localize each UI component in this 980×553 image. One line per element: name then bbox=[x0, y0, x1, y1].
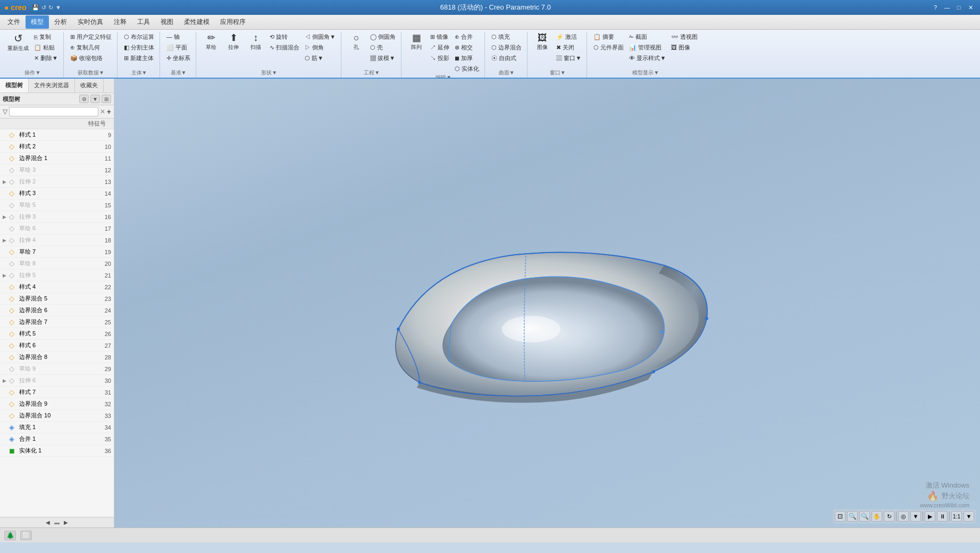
tree-expand-icon[interactable]: ▶ bbox=[3, 179, 9, 185]
zoom-in-button[interactable]: 🔍 bbox=[847, 511, 858, 522]
ribbon-btn-sweepblend[interactable]: ∿ 扫描混合 bbox=[267, 43, 301, 53]
view-more-button[interactable]: ▼ bbox=[964, 511, 974, 522]
viewport[interactable]: 激活 Windows 🔥 野火论坛 www.creoWild.com ⊡ 🔍 🔍… bbox=[114, 79, 980, 527]
tree-item[interactable]: ▶◇拉伸 316 bbox=[0, 211, 114, 223]
ribbon-btn-freestyle[interactable]: ☉ 自由式 bbox=[489, 53, 524, 63]
tree-filter-icon[interactable]: ▼ bbox=[90, 95, 100, 103]
tree-item[interactable]: ◇样式 210 bbox=[0, 141, 114, 153]
search-clear-button[interactable]: ✕ bbox=[100, 108, 105, 115]
ribbon-btn-sketch[interactable]: ✏ 草绘 bbox=[200, 32, 222, 52]
scroll-right-arrow[interactable]: ▶ bbox=[64, 520, 68, 525]
ribbon-btn-splitbody[interactable]: ◧ 分割主体 bbox=[122, 43, 156, 53]
tree-item[interactable]: ◇草绘 515 bbox=[0, 199, 114, 211]
ribbon-btn-solidify[interactable]: ⬡ 实体化 bbox=[453, 64, 481, 74]
view-orient-button[interactable]: ◎ bbox=[898, 511, 909, 522]
ribbon-btn-project[interactable]: ↘ 投影 bbox=[428, 53, 451, 63]
tree-expand-icon[interactable]: ▶ bbox=[3, 238, 9, 243]
rotate-button[interactable]: ↻ bbox=[884, 511, 894, 522]
search-input[interactable] bbox=[9, 107, 98, 116]
tree-item[interactable]: ◇样式 526 bbox=[0, 328, 114, 340]
tree-item[interactable]: ◇样式 19 bbox=[0, 129, 114, 141]
tree-item[interactable]: ◇边界混合 828 bbox=[0, 351, 114, 363]
ribbon-btn-csys[interactable]: ✛ 坐标系 bbox=[164, 53, 192, 63]
menu-simulation[interactable]: 实时仿真 bbox=[72, 15, 108, 29]
ribbon-btn-perspective[interactable]: 👓 透视图 bbox=[669, 32, 700, 42]
ribbon-btn-plane[interactable]: ⬜ 平面 bbox=[164, 43, 192, 53]
ribbon-btn-revolve[interactable]: ⟲ 旋转 bbox=[267, 32, 301, 42]
tab-modeltree[interactable]: 模型树 bbox=[0, 79, 29, 93]
tree-item[interactable]: ◇草绘 929 bbox=[0, 363, 114, 375]
ribbon-btn-axis[interactable]: — 轴 bbox=[164, 32, 192, 42]
maximize-button[interactable]: □ bbox=[953, 3, 964, 12]
status-tree-icon[interactable]: 🌲 bbox=[4, 531, 16, 540]
tree-item[interactable]: ▶◇拉伸 521 bbox=[0, 270, 114, 281]
tree-item[interactable]: ◇草绘 312 bbox=[0, 164, 114, 176]
view-settings-button[interactable]: 1:1 bbox=[951, 511, 962, 522]
tree-item[interactable]: ◇样式 731 bbox=[0, 387, 114, 398]
tree-item[interactable]: ◇样式 627 bbox=[0, 340, 114, 351]
ribbon-btn-round2[interactable]: ◯ 倒圆角 bbox=[368, 32, 398, 42]
tree-expand-all-icon[interactable]: ⊞ bbox=[102, 95, 111, 103]
status-plane-icon[interactable]: ⬜ bbox=[20, 531, 32, 540]
tree-scrollbar[interactable]: ◀ ▬ ▶ bbox=[0, 517, 114, 527]
ribbon-btn-delete[interactable]: ✕删除▼ bbox=[32, 53, 60, 63]
menu-model[interactable]: 模型 bbox=[26, 15, 49, 29]
view-play-button[interactable]: ▶ bbox=[925, 511, 935, 522]
ribbon-btn-extrude[interactable]: ⬆ 拉伸 bbox=[223, 32, 244, 52]
ribbon-btn-regenerate[interactable]: ↺ 重新生成 bbox=[5, 32, 31, 53]
ribbon-btn-newbody[interactable]: ⊞ 新建主体 bbox=[122, 53, 156, 63]
tree-item[interactable]: ◇边界混合 725 bbox=[0, 316, 114, 328]
tree-item[interactable]: ◇边界混合 111 bbox=[0, 153, 114, 164]
zoom-out-button[interactable]: 🔍 bbox=[859, 511, 870, 522]
menu-annotation[interactable]: 注释 bbox=[108, 15, 132, 29]
view-fit-button[interactable]: ⊡ bbox=[835, 511, 845, 522]
ribbon-btn-hole[interactable]: ○ 孔 bbox=[346, 32, 367, 52]
tree-item[interactable]: ◇草绘 719 bbox=[0, 246, 114, 258]
tree-item[interactable]: ◇草绘 820 bbox=[0, 258, 114, 270]
tree-expand-icon[interactable]: ▶ bbox=[3, 378, 9, 383]
ribbon-btn-thicken[interactable]: ◼ 加厚 bbox=[453, 53, 481, 63]
ribbon-btn-shell[interactable]: ⬡ 壳 bbox=[368, 43, 398, 53]
ribbon-btn-summary[interactable]: 📋 摘要 bbox=[591, 32, 626, 42]
quick-access-save[interactable]: 💾 bbox=[32, 4, 39, 11]
tree-item[interactable]: ◇边界混合 523 bbox=[0, 293, 114, 305]
search-add-button[interactable]: + bbox=[107, 107, 111, 116]
ribbon-btn-compinterface[interactable]: ⬡ 元件界面 bbox=[591, 43, 626, 53]
ribbon-btn-intersect[interactable]: ⊗ 相交 bbox=[453, 43, 481, 53]
tree-settings-icon[interactable]: ⚙ bbox=[79, 95, 89, 103]
close-button[interactable]: ✕ bbox=[965, 3, 976, 12]
pan-button[interactable]: ✋ bbox=[872, 511, 882, 522]
ribbon-btn-round[interactable]: ◁ 倒圆角▼ bbox=[303, 32, 338, 42]
tab-folder-browser[interactable]: 文件夹浏览器 bbox=[29, 79, 75, 93]
view-named-button[interactable]: ▼ bbox=[910, 511, 921, 522]
tree-item[interactable]: ▶◇拉伸 418 bbox=[0, 234, 114, 246]
tree-item[interactable]: ◇边界混合 932 bbox=[0, 398, 114, 410]
menu-tools[interactable]: 工具 bbox=[132, 15, 155, 29]
scroll-left-arrow[interactable]: ◀ bbox=[46, 520, 50, 525]
tree-item[interactable]: ▶◇拉伸 630 bbox=[0, 375, 114, 387]
tree-item[interactable]: ◇样式 314 bbox=[0, 188, 114, 199]
ribbon-btn-draft[interactable]: ▦ 拔模▼ bbox=[368, 53, 398, 63]
ribbon-btn-copygeom[interactable]: ⊕ 复制几何 bbox=[68, 43, 114, 53]
ribbon-btn-image2[interactable]: 🖼 图像 bbox=[669, 43, 700, 53]
menu-view[interactable]: 视图 bbox=[155, 15, 179, 29]
menu-apps[interactable]: 应用程序 bbox=[215, 15, 251, 29]
tab-favorites[interactable]: 收藏夹 bbox=[75, 79, 104, 93]
ribbon-btn-displaystyle[interactable]: 👁 显示样式▼ bbox=[627, 53, 668, 63]
ribbon-btn-winmenu[interactable]: ▤ 窗口▼ bbox=[554, 53, 583, 63]
ribbon-btn-boundblend[interactable]: ⬡ 边界混合 bbox=[489, 43, 524, 53]
tree-item[interactable]: ◈合并 135 bbox=[0, 433, 114, 445]
tree-item[interactable]: ◇草绘 617 bbox=[0, 223, 114, 234]
ribbon-btn-paste[interactable]: 📋粘贴 bbox=[32, 43, 60, 53]
ribbon-btn-close[interactable]: ✖ 关闭 bbox=[554, 43, 583, 53]
ribbon-btn-userfeature[interactable]: ⊞ 用户定义特征 bbox=[68, 32, 114, 42]
menu-analysis[interactable]: 分析 bbox=[49, 15, 72, 29]
tree-item[interactable]: ▶◇拉伸 213 bbox=[0, 176, 114, 188]
quick-access-redo[interactable]: ↻ bbox=[48, 4, 53, 11]
tree-expand-icon[interactable]: ▶ bbox=[3, 214, 9, 220]
ribbon-btn-mirror[interactable]: ⊞ 镜像 bbox=[428, 32, 451, 42]
ribbon-btn-pattern[interactable]: ▦ 阵列 bbox=[406, 32, 427, 52]
ribbon-btn-image[interactable]: 🖼 图像 bbox=[532, 32, 553, 52]
menu-flex[interactable]: 柔性建模 bbox=[179, 15, 215, 29]
ribbon-btn-section[interactable]: ✁ 截面 bbox=[627, 32, 668, 42]
